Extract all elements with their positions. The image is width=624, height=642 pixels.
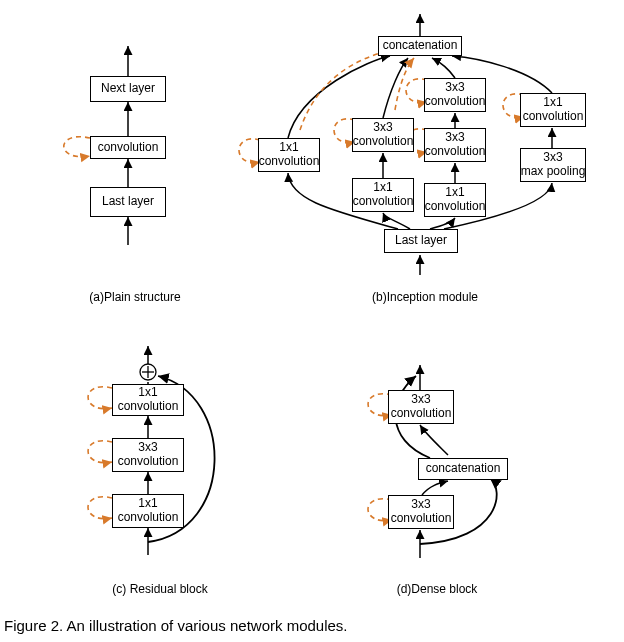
d-conv3x3-top: 3x3 convolution bbox=[388, 390, 454, 424]
b-b3-conv1x1: 1x1 convolution bbox=[424, 183, 486, 217]
d-conv3x3-bottom: 3x3 convolution bbox=[388, 495, 454, 529]
figure-stage: Last layer convolution Next layer concat… bbox=[0, 0, 624, 642]
c-conv1x1-bottom: 1x1 convolution bbox=[112, 494, 184, 528]
figure-caption: Figure 2. An illustration of various net… bbox=[4, 617, 620, 634]
b-b4-maxpool: 3x3 max pooling bbox=[520, 148, 586, 182]
svg-point-10 bbox=[140, 364, 156, 380]
caption-b: (b)Inception module bbox=[355, 290, 495, 304]
caption-d: (d)Dense block bbox=[382, 582, 492, 596]
b-b2-conv1x1: 1x1 convolution bbox=[352, 178, 414, 212]
b-b2-conv3x3: 3x3 convolution bbox=[352, 118, 414, 152]
b-b4-conv1x1: 1x1 convolution bbox=[520, 93, 586, 127]
a-last-layer: Last layer bbox=[90, 187, 166, 217]
d-concat: concatenation bbox=[418, 458, 508, 480]
b-b1-conv1x1: 1x1 convolution bbox=[258, 138, 320, 172]
caption-a: (a)Plain structure bbox=[80, 290, 190, 304]
b-b3-conv3x3a: 3x3 convolution bbox=[424, 128, 486, 162]
b-concat: concatenation bbox=[378, 36, 462, 56]
a-convolution: convolution bbox=[90, 136, 166, 159]
caption-c: (c) Residual block bbox=[100, 582, 220, 596]
a-next-layer: Next layer bbox=[90, 76, 166, 102]
b-b3-conv3x3b: 3x3 convolution bbox=[424, 78, 486, 112]
c-conv3x3: 3x3 convolution bbox=[112, 438, 184, 472]
b-last-layer: Last layer bbox=[384, 229, 458, 253]
c-conv1x1-top: 1x1 convolution bbox=[112, 384, 184, 416]
